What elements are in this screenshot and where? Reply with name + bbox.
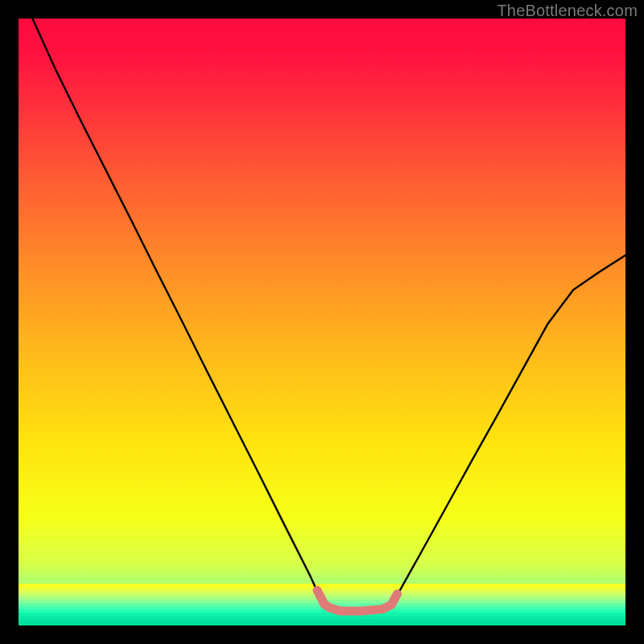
bottleneck-curve-path — [19, 19, 625, 611]
curve-layer — [19, 19, 625, 625]
sweet-spot-highlight-path — [317, 590, 398, 611]
chart-stage: TheBottleneck.com — [0, 0, 644, 644]
watermark-text: TheBottleneck.com — [497, 2, 638, 20]
plot-area — [19, 19, 625, 625]
